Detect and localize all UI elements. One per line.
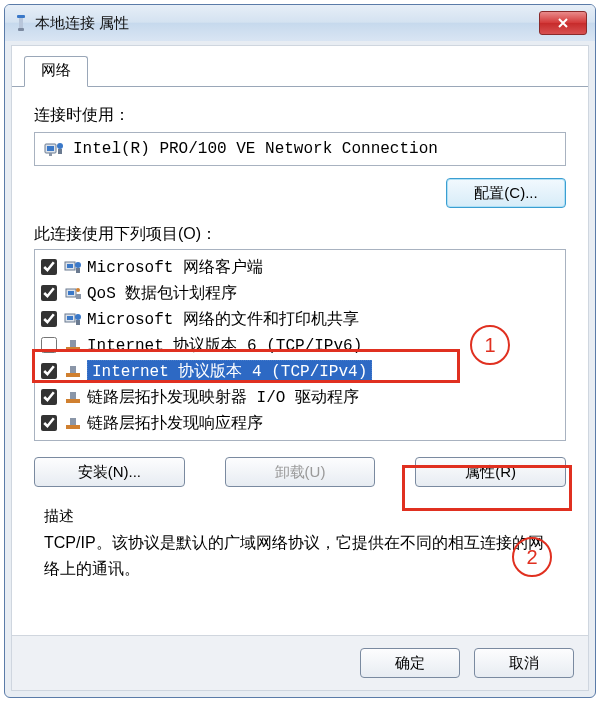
svg-point-10 <box>75 262 81 268</box>
tab-strip: 网络 <box>12 46 588 87</box>
app-icon <box>13 13 29 33</box>
list-item[interactable]: 链路层拓扑发现映射器 I/O 驱动程序 <box>37 384 563 410</box>
item-label: Internet 协议版本 4 (TCP/IPv4) <box>87 360 372 383</box>
protocol-icon <box>63 336 83 354</box>
titlebar: 本地连接 属性 <box>5 5 595 41</box>
protocol-icon <box>63 388 83 406</box>
svg-point-6 <box>57 143 63 149</box>
description-group: 描述 TCP/IP。该协议是默认的广域网络协议，它提供在不同的相互连接的网络上的… <box>34 499 566 597</box>
svg-rect-27 <box>70 418 76 425</box>
list-item[interactable]: Microsoft 网络的文件和打印机共享 <box>37 306 563 332</box>
client-area: 网络 连接时使用： Intel(R) PRO/100 VE Network Co… <box>11 45 589 691</box>
item-checkbox[interactable] <box>41 285 57 301</box>
tab-network[interactable]: 网络 <box>24 56 88 87</box>
item-label: Microsoft 网络的文件和打印机共享 <box>87 309 359 330</box>
svg-rect-24 <box>66 399 80 403</box>
install-button[interactable]: 安装(N)... <box>34 457 185 487</box>
protocol-icon <box>63 362 83 380</box>
svg-rect-13 <box>68 291 74 295</box>
svg-rect-1 <box>19 18 23 28</box>
description-text: TCP/IP。该协议是默认的广域网络协议，它提供在不同的相互连接的网络上的通讯。 <box>44 530 556 581</box>
close-button[interactable] <box>539 11 587 35</box>
svg-rect-20 <box>66 347 80 351</box>
svg-rect-21 <box>70 340 76 347</box>
adapter-display: Intel(R) PRO/100 VE Network Connection <box>34 132 566 166</box>
ok-button[interactable]: 确定 <box>360 648 460 678</box>
list-item[interactable]: Internet 协议版本 6 (TCP/IPv6) <box>37 332 563 358</box>
qos-icon <box>63 284 83 302</box>
dialog-button-bar: 确定 取消 <box>12 635 588 690</box>
item-label: 链路层拓扑发现映射器 I/O 驱动程序 <box>87 387 359 408</box>
item-label: Microsoft 网络客户端 <box>87 257 263 278</box>
svg-rect-19 <box>76 320 80 325</box>
svg-rect-22 <box>66 373 80 377</box>
svg-rect-25 <box>70 392 76 399</box>
tab-panel: 连接时使用： Intel(R) PRO/100 VE Network Conne… <box>12 86 588 635</box>
svg-rect-17 <box>67 316 73 320</box>
list-item[interactable]: Microsoft 网络客户端 <box>37 254 563 280</box>
svg-point-15 <box>76 288 80 292</box>
svg-rect-2 <box>18 28 24 31</box>
item-checkbox[interactable] <box>41 389 57 405</box>
svg-point-18 <box>75 314 81 320</box>
item-label: Internet 协议版本 6 (TCP/IPv6) <box>87 335 362 356</box>
uninstall-button: 卸载(U) <box>225 457 376 487</box>
svg-rect-7 <box>58 149 62 154</box>
svg-rect-26 <box>66 425 80 429</box>
description-legend: 描述 <box>44 507 556 526</box>
item-checkbox[interactable] <box>41 363 57 379</box>
svg-rect-23 <box>70 366 76 373</box>
dialog-window: 本地连接 属性 网络 连接时使用： <box>4 4 596 698</box>
adapter-label: 连接时使用： <box>34 105 566 126</box>
close-x-icon <box>557 17 569 29</box>
item-checkbox[interactable] <box>41 259 57 275</box>
item-checkbox[interactable] <box>41 311 57 327</box>
share-icon <box>63 310 83 328</box>
list-item[interactable]: QoS 数据包计划程序 <box>37 280 563 306</box>
adapter-name: Intel(R) PRO/100 VE Network Connection <box>73 140 438 158</box>
list-item[interactable]: 链路层拓扑发现响应程序 <box>37 410 563 436</box>
svg-rect-0 <box>17 15 25 18</box>
cancel-button[interactable]: 取消 <box>474 648 574 678</box>
items-label: 此连接使用下列项目(O)： <box>34 224 566 245</box>
client-icon <box>63 258 83 276</box>
item-checkbox[interactable] <box>41 415 57 431</box>
list-item-selected[interactable]: Internet 协议版本 4 (TCP/IPv4) <box>37 358 563 384</box>
item-label: QoS 数据包计划程序 <box>87 283 237 304</box>
item-checkbox[interactable] <box>41 337 57 353</box>
network-adapter-icon <box>43 138 65 160</box>
item-label: 链路层拓扑发现响应程序 <box>87 413 263 434</box>
protocol-icon <box>63 414 83 432</box>
svg-rect-5 <box>49 153 52 156</box>
svg-rect-11 <box>76 268 80 273</box>
window-title: 本地连接 属性 <box>35 14 539 33</box>
svg-rect-4 <box>47 146 54 151</box>
svg-rect-14 <box>76 294 81 299</box>
network-items-list[interactable]: Microsoft 网络客户端 QoS 数据包计划程序 <box>34 249 566 441</box>
properties-button[interactable]: 属性(R) <box>415 457 566 487</box>
configure-button[interactable]: 配置(C)... <box>446 178 566 208</box>
svg-rect-9 <box>67 264 73 268</box>
